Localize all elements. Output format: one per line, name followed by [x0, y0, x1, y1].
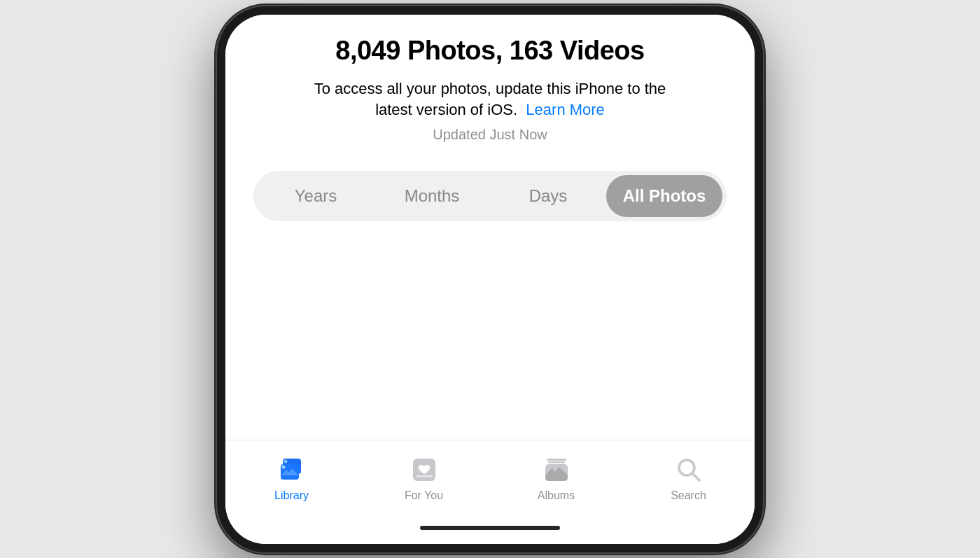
nav-search-label: Search [671, 489, 706, 502]
learn-more-link[interactable]: Learn More [526, 101, 605, 118]
svg-rect-7 [548, 461, 565, 463]
nav-library[interactable]: Library [225, 447, 358, 512]
nav-search[interactable]: Search [622, 447, 755, 512]
for-you-icon [406, 454, 442, 485]
update-message-after: latest version of iOS. [375, 101, 517, 118]
tab-all-photos[interactable]: All Photos [606, 175, 722, 217]
svg-point-1 [284, 459, 287, 463]
bottom-navigation: Library For You [225, 440, 755, 512]
home-indicator [225, 512, 755, 544]
svg-line-10 [692, 473, 699, 480]
nav-for-you-label: For You [405, 489, 443, 502]
photo-view-tabs: Years Months Days All Photos [253, 171, 727, 221]
nav-library-label: Library [274, 489, 309, 502]
photo-count-heading: 8,049 Photos, 163 Videos [335, 36, 644, 66]
tab-years[interactable]: Years [258, 175, 374, 217]
update-message: To access all your photos, update this i… [314, 78, 666, 122]
svg-point-3 [281, 465, 285, 468]
search-icon [671, 454, 707, 485]
phone-screen: 8,049 Photos, 163 Videos To access all y… [225, 15, 755, 544]
phone-frame: 8,049 Photos, 163 Videos To access all y… [217, 6, 763, 552]
albums-icon [538, 454, 575, 485]
nav-albums[interactable]: Albums [490, 447, 622, 512]
svg-rect-6 [547, 459, 566, 461]
updated-timestamp: Updated Just Now [433, 127, 547, 143]
nav-for-you[interactable]: For You [358, 447, 490, 512]
update-message-before: To access all your photos, update this i… [314, 80, 666, 97]
tab-days[interactable]: Days [490, 175, 606, 217]
tab-months[interactable]: Months [374, 175, 490, 217]
screen-content: 8,049 Photos, 163 Videos To access all y… [225, 15, 755, 440]
svg-rect-5 [416, 475, 433, 477]
home-bar [420, 526, 560, 530]
library-icon [274, 454, 310, 485]
nav-albums-label: Albums [538, 489, 575, 502]
